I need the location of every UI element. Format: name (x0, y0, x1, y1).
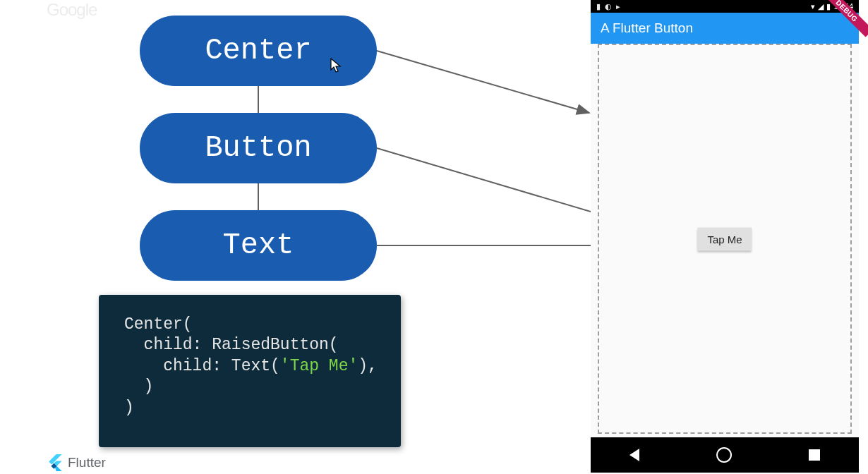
widget-node-text-label: Text (223, 229, 294, 262)
svg-line-3 (377, 51, 589, 113)
tap-me-button[interactable]: Tap Me (697, 227, 752, 250)
widget-node-button: Button (140, 113, 377, 183)
battery-icon: ▮ (826, 2, 831, 11)
widget-node-button-label: Button (205, 131, 311, 165)
phone-frame: ▮ ◐ ▸ ▾ ◢ ▮ 10:54 A Flutter Button DEBUG… (591, 0, 859, 473)
code-string-literal: 'Tap Me' (280, 357, 358, 375)
code-line-3a: child: Text( (124, 357, 280, 375)
code-line-4: ) (124, 377, 153, 396)
android-status-bar: ▮ ◐ ▸ ▾ ◢ ▮ 10:54 (591, 0, 859, 13)
nav-home-icon[interactable] (716, 447, 732, 463)
nav-back-icon[interactable] (629, 449, 639, 461)
google-logo: Google (47, 0, 97, 20)
flutter-logo-icon (48, 454, 62, 471)
app-bar-title: A Flutter Button (601, 20, 693, 36)
widget-node-center: Center (140, 16, 377, 86)
signal-icon: ◢ (818, 2, 824, 11)
flutter-footer: Flutter (48, 454, 106, 471)
widget-node-text: Text (140, 210, 377, 281)
wifi-icon: ▾ (811, 2, 815, 11)
status-sync-icon: ◐ (605, 2, 612, 11)
widget-node-center-label: Center (205, 34, 311, 68)
nav-recent-icon[interactable] (809, 449, 820, 461)
tap-me-button-label: Tap Me (707, 233, 742, 245)
status-alarm-icon: ▸ (616, 2, 620, 11)
code-line-2: child: RaisedButton( (124, 336, 339, 354)
code-line-1: Center( (124, 315, 193, 334)
code-snippet: Center( child: RaisedButton( child: Text… (99, 295, 401, 447)
android-nav-bar (591, 437, 859, 473)
code-line-3b: ), (358, 357, 378, 375)
app-bar: A Flutter Button (591, 13, 859, 44)
code-line-5: ) (124, 399, 134, 417)
flutter-footer-label: Flutter (68, 455, 106, 470)
center-widget-outline: Tap Me (598, 44, 852, 434)
status-notification-icon: ▮ (596, 2, 601, 11)
